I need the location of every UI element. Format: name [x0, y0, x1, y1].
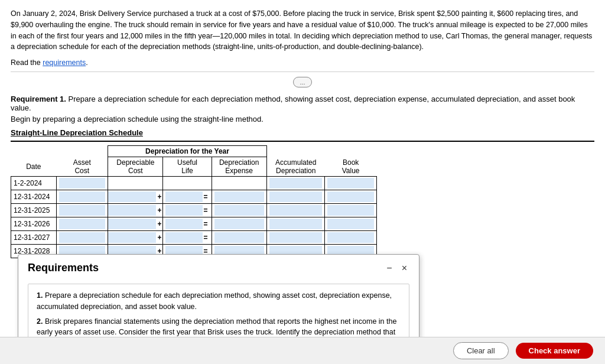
accum-cell[interactable]: [266, 190, 325, 204]
book-input-5[interactable]: [327, 232, 374, 243]
book-cell[interactable]: [325, 177, 377, 190]
asset-cost-input-3[interactable]: [59, 205, 106, 216]
exp-cell-empty: [212, 177, 266, 190]
life-cell[interactable]: =: [163, 190, 212, 204]
book-cell[interactable]: [325, 231, 377, 245]
book-cell[interactable]: [325, 204, 377, 217]
book-input-3[interactable]: [327, 205, 374, 216]
accum-cell[interactable]: [266, 231, 325, 245]
read-label: Read the: [11, 58, 41, 67]
empty-header-book: [325, 146, 377, 157]
exp-cell[interactable]: [212, 190, 266, 204]
asset-cost-input-2[interactable]: [59, 191, 106, 202]
accum-input-3[interactable]: [269, 205, 323, 216]
asset-cost-cell[interactable]: [56, 204, 108, 217]
book-input-1[interactable]: [327, 178, 374, 188]
intro-paragraph: On January 2, 2024, Brisk Delivery Servi…: [11, 8, 594, 53]
requirement1-text: Prepare a depreciation schedule for each…: [11, 95, 575, 112]
req-number-2: 2.: [37, 317, 43, 326]
requirement1-label: Requirement 1.: [11, 95, 66, 103]
life-input-4[interactable]: [165, 219, 202, 229]
dep-cost-input-4[interactable]: [108, 219, 156, 229]
read-period: .: [86, 58, 87, 67]
asset-cost-col-header: AssetCost: [56, 157, 108, 177]
exp-cell[interactable]: [212, 217, 266, 231]
date-cell: 12-31-2024: [11, 190, 57, 204]
dep-cost-cell[interactable]: +: [108, 190, 163, 204]
date-col-header: Date: [11, 157, 57, 177]
table-row: 12-31-2027 + =: [11, 231, 377, 245]
dep-cost-cell-empty: [108, 177, 163, 190]
empty-header-accum: [266, 146, 325, 157]
modal-title: Requirements: [28, 262, 99, 274]
empty-header-date: [11, 146, 57, 157]
dep-cost-cell[interactable]: +: [108, 217, 163, 231]
depreciation-table: Depreciation for the Year Date AssetCost…: [11, 145, 377, 258]
accum-input-1[interactable]: [269, 178, 323, 188]
modal-controls: − ×: [384, 263, 409, 274]
accum-input-2[interactable]: [269, 191, 323, 202]
book-cell[interactable]: [325, 217, 377, 231]
minimize-button[interactable]: −: [384, 263, 394, 274]
accum-input-4[interactable]: [269, 219, 323, 229]
plus-operator-5: +: [156, 233, 162, 242]
equals-operator-5: =: [203, 233, 209, 242]
requirements-link[interactable]: requirements: [43, 58, 86, 67]
asset-cost-cell[interactable]: [56, 190, 108, 204]
bottom-action-bar: Clear all Check answer: [0, 337, 605, 364]
asset-cost-cell[interactable]: [56, 231, 108, 245]
exp-cell[interactable]: [212, 231, 266, 245]
accum-cell[interactable]: [266, 217, 325, 231]
table-top-border: [11, 141, 594, 142]
dep-cost-cell[interactable]: +: [108, 231, 163, 245]
date-cell: 1-2-2024: [11, 177, 57, 190]
accum-input-5[interactable]: [269, 232, 323, 243]
asset-cost-cell[interactable]: [56, 217, 108, 231]
life-cell[interactable]: =: [163, 204, 212, 217]
check-answer-button[interactable]: Check answer: [516, 343, 593, 359]
collapse-button[interactable]: ...: [293, 77, 311, 87]
book-cell[interactable]: [325, 190, 377, 204]
clear-all-button[interactable]: Clear all: [453, 342, 509, 359]
exp-input-5[interactable]: [214, 232, 264, 243]
accumulated-col-header: AccumulatedDepreciation: [266, 157, 325, 177]
asset-cost-input-4[interactable]: [59, 219, 106, 229]
dep-cost-input-5[interactable]: [108, 232, 156, 243]
req-number-1: 1.: [37, 291, 43, 300]
dep-cost-input-3[interactable]: [108, 205, 156, 216]
life-input-3[interactable]: [165, 205, 202, 216]
depreciation-for-year-header: Depreciation for the Year: [108, 146, 266, 157]
plus-operator-4: +: [156, 220, 162, 228]
asset-cost-cell[interactable]: [56, 177, 108, 190]
useful-life-col-header: UsefulLife: [163, 157, 212, 177]
life-input-5[interactable]: [165, 232, 202, 243]
life-input-2[interactable]: [165, 191, 202, 202]
asset-cost-input-1[interactable]: [59, 178, 106, 188]
life-cell[interactable]: =: [163, 217, 212, 231]
equals-operator-3: =: [203, 206, 209, 214]
life-cell-empty: [163, 177, 212, 190]
main-content: On January 2, 2024, Brisk Delivery Servi…: [0, 0, 605, 264]
exp-cell[interactable]: [212, 204, 266, 217]
depreciable-cost-col-header: DepreciableCost: [108, 157, 163, 177]
book-input-4[interactable]: [327, 219, 374, 229]
life-cell[interactable]: =: [163, 231, 212, 245]
exp-input-4[interactable]: [214, 219, 264, 229]
exp-input-2[interactable]: [214, 191, 264, 202]
accum-cell[interactable]: [266, 177, 325, 190]
dep-cost-cell[interactable]: +: [108, 204, 163, 217]
dep-cost-input-2[interactable]: [108, 191, 156, 202]
table-row: 12-31-2024 + =: [11, 190, 377, 204]
asset-cost-input-5[interactable]: [59, 232, 106, 243]
top-divider: [11, 72, 594, 72]
plus-operator-2: +: [156, 193, 162, 201]
modal-header: Requirements − ×: [18, 255, 419, 279]
exp-input-3[interactable]: [214, 205, 264, 216]
depreciation-expense-col-header: DepreciationExpense: [212, 157, 266, 177]
read-requirements-line: Read the requirements.: [11, 58, 594, 67]
close-button[interactable]: ×: [399, 263, 409, 274]
date-cell: 12-31-2025: [11, 204, 57, 217]
book-input-2[interactable]: [327, 191, 374, 202]
empty-header-cost: [56, 146, 108, 157]
accum-cell[interactable]: [266, 204, 325, 217]
